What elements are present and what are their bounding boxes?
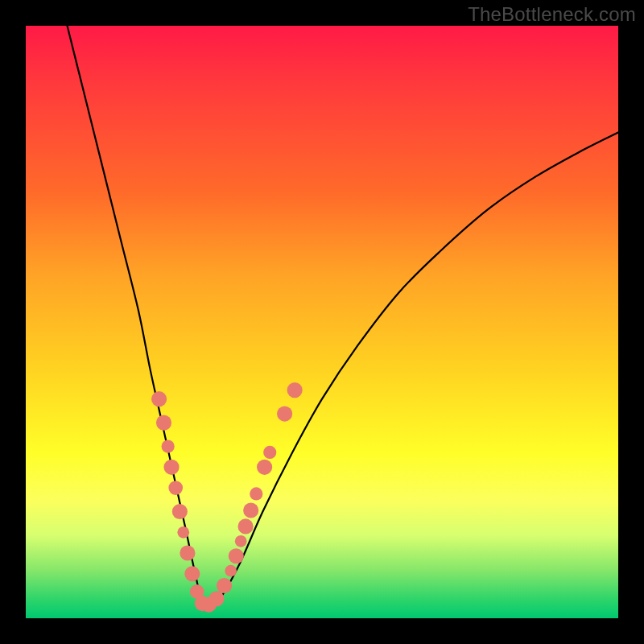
highlight-dot (177, 526, 189, 539)
highlight-dots-group (151, 382, 303, 613)
highlight-dot (263, 446, 276, 459)
highlight-dot (229, 548, 244, 564)
highlight-dot (172, 504, 188, 519)
highlight-dot (277, 407, 292, 422)
highlight-dot (208, 591, 224, 606)
highlight-dot (243, 502, 258, 518)
highlight-dot (151, 391, 167, 407)
highlight-dot (163, 460, 179, 475)
outer-frame: TheBottleneck.com (0, 0, 644, 644)
highlight-dot (156, 415, 171, 431)
highlight-dot (225, 565, 237, 577)
highlight-dot (217, 578, 232, 593)
highlight-dot (250, 487, 262, 500)
highlight-dot (180, 545, 195, 560)
bottleneck-curve-path (68, 26, 618, 606)
highlight-dot (235, 535, 247, 547)
highlight-dot (257, 460, 272, 475)
highlight-dot (168, 481, 183, 495)
watermark-text: TheBottleneck.com (468, 3, 636, 26)
highlight-dot (237, 518, 253, 534)
highlight-dot (287, 382, 303, 398)
chart-svg (26, 26, 618, 618)
plot-area (26, 26, 618, 618)
highlight-dot (184, 566, 200, 581)
highlight-dot (162, 440, 175, 452)
